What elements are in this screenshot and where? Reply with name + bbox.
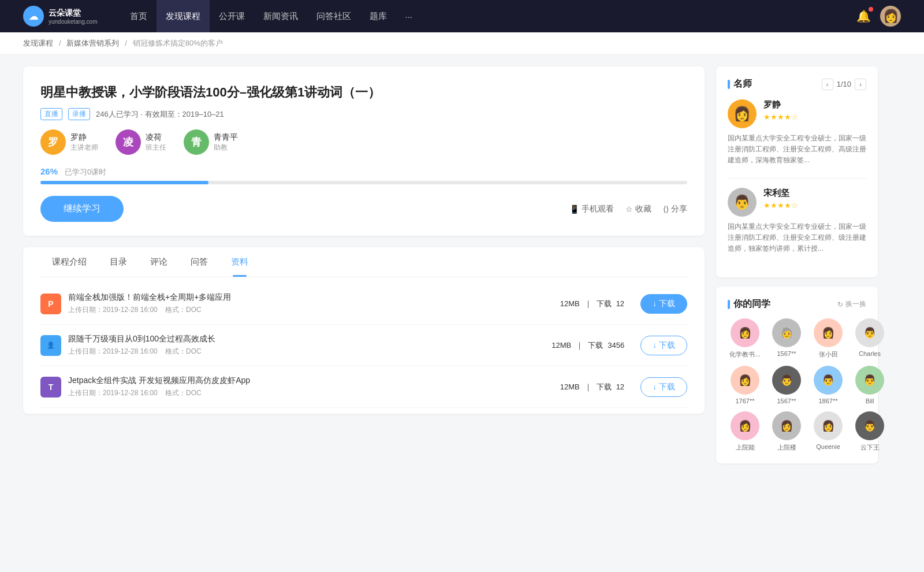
classmate-name-5: 1567** xyxy=(769,398,804,404)
teacher-item-2: 青 青青平 助教 xyxy=(184,129,238,155)
classmate-avatar-10: 👩 xyxy=(814,411,843,440)
progress-label: 26% xyxy=(40,166,58,176)
teacher-avatar-2: 青 xyxy=(184,129,209,155)
logo-text: 云朵课堂 yundouketang.com xyxy=(49,8,98,25)
tabs-row: 课程介绍 目录 评论 问答 资料 xyxy=(40,247,687,277)
classmate-name-8: 上院能 xyxy=(728,443,762,452)
classmate-name-3: Charles xyxy=(852,350,887,357)
resource-list: P 前端全栈加强版！前端全栈+全周期+多端应用 上传日期：2019-12-28 … xyxy=(40,277,687,414)
teacher-stars-0: ★★★★☆ xyxy=(763,113,866,121)
classmate-avatar-3: 👨 xyxy=(855,318,884,347)
teacher-item-1: 凌 凌荷 班主任 xyxy=(116,129,166,155)
tab-material[interactable]: 资料 xyxy=(219,247,260,277)
resource-icon-2: T xyxy=(40,377,61,398)
teacher-sidebar-desc-1: 国内某重点大学安全工程专业硕士，国家一级注册消防工程师、注册安全工程师、级注册建… xyxy=(728,221,866,255)
resource-stats-1: 12MB ｜ 下载 3456 xyxy=(552,340,624,351)
progress-bar-fill xyxy=(40,181,208,184)
progress-bar-bg xyxy=(40,181,687,184)
nav-item-more[interactable]: ··· xyxy=(396,0,422,32)
classmate-7[interactable]: 👨 Bill xyxy=(852,366,887,404)
download-button-0[interactable]: ↓ 下载 xyxy=(640,294,687,314)
teacher-divider xyxy=(728,178,866,179)
teacher-role-2: 助教 xyxy=(214,143,238,153)
teacher-role-1: 班主任 xyxy=(146,143,166,153)
logo-icon: ☁ xyxy=(23,6,44,27)
classmate-5[interactable]: 👨 1567** xyxy=(769,366,804,404)
nav-item-qa[interactable]: 问答社区 xyxy=(307,0,360,32)
classmate-6[interactable]: 👨 1867** xyxy=(811,366,845,404)
resource-info-1: 跟随千万级项目从0到100全过程高效成长 上传日期：2019-12-28 16:… xyxy=(68,334,545,356)
refresh-button[interactable]: ↻ 换一换 xyxy=(837,299,866,309)
tag-live: 直播 xyxy=(40,108,62,120)
tab-qa[interactable]: 问答 xyxy=(179,247,219,277)
classmate-avatar-9: 👩 xyxy=(772,411,801,440)
classmate-0[interactable]: 👩 化学教书... xyxy=(728,318,762,359)
right-sidebar: 名师 ‹ 1/10 › 👩 罗静 ★★★★☆ xyxy=(716,66,878,463)
teacher-sidebar-top-0: 👩 罗静 ★★★★☆ xyxy=(728,99,866,128)
course-title: 明星中教授课，小学阶段语法100分–强化级第1讲动词（一） xyxy=(40,84,687,101)
teacher-avatar-1: 凌 xyxy=(116,129,141,155)
resource-stats-2: 12MB ｜ 下载 12 xyxy=(560,382,624,392)
tab-intro[interactable]: 课程介绍 xyxy=(40,247,98,277)
classmate-3[interactable]: 👨 Charles xyxy=(852,318,887,359)
mobile-view-button[interactable]: 📱 手机观看 xyxy=(569,204,614,214)
classmate-avatar-4: 👩 xyxy=(731,366,759,395)
resource-info-2: Jetpack全组件实战 开发短视频应用高仿皮皮虾App 上传日期：2019-1… xyxy=(68,376,553,398)
classmate-9[interactable]: 👩 上院楼 xyxy=(769,411,804,452)
resource-item-2: T Jetpack全组件实战 开发短视频应用高仿皮皮虾App 上传日期：2019… xyxy=(40,366,687,408)
download-button-2[interactable]: ↓ 下载 xyxy=(640,377,687,397)
next-page-button[interactable]: › xyxy=(855,79,866,90)
nav-item-discover[interactable]: 发现课程 xyxy=(157,0,210,32)
bell-button[interactable]: 🔔 xyxy=(856,9,871,23)
course-header-card: 明星中教授课，小学阶段语法100分–强化级第1讲动词（一） 直播 录播 246人… xyxy=(23,66,705,236)
classmate-2[interactable]: 👩 张小田 xyxy=(811,318,845,359)
resource-icon-1: 👤 xyxy=(40,335,61,356)
tag-record: 录播 xyxy=(68,108,90,120)
classmate-1[interactable]: 🧓 1567** xyxy=(769,318,804,359)
classmate-10[interactable]: 👩 Queenie xyxy=(811,411,845,452)
classmate-4[interactable]: 👩 1767** xyxy=(728,366,762,404)
classmates-title: 你的同学 xyxy=(728,298,770,310)
nav-items: 首页 发现课程 公开课 新闻资讯 问答社区 题库 ··· xyxy=(121,0,856,32)
teacher-sidebar-info-0: 罗静 ★★★★☆ xyxy=(763,99,866,121)
resource-meta-2: 上传日期：2019-12-28 16:00 格式：DOC xyxy=(68,388,553,398)
teacher-sidebar-avatar-0: 👩 xyxy=(728,99,757,128)
download-button-1[interactable]: ↓ 下载 xyxy=(640,336,687,355)
tab-comment[interactable]: 评论 xyxy=(139,247,179,277)
classmate-name-6: 1867** xyxy=(811,398,845,404)
nav-item-exam[interactable]: 题库 xyxy=(360,0,396,32)
resource-name-0: 前端全栈加强版！前端全栈+全周期+多端应用 xyxy=(68,292,553,303)
teachers-title: 名师 xyxy=(728,78,752,90)
nav-item-news[interactable]: 新闻资讯 xyxy=(254,0,307,32)
pagination-ctrl: ‹ 1/10 › xyxy=(822,79,866,90)
classmate-avatar-8: 👩 xyxy=(731,411,759,440)
resource-info-0: 前端全栈加强版！前端全栈+全周期+多端应用 上传日期：2019-12-28 16… xyxy=(68,292,553,315)
continue-button[interactable]: 继续学习 xyxy=(40,196,124,222)
collect-button[interactable]: ☆ 收藏 xyxy=(625,204,651,214)
share-icon: ⟨⟩ xyxy=(663,205,669,214)
user-avatar-img: 👩 xyxy=(883,9,899,24)
nav-item-open[interactable]: 公开课 xyxy=(210,0,254,32)
breadcrumb-discover[interactable]: 发现课程 xyxy=(23,39,53,47)
prev-page-button[interactable]: ‹ xyxy=(822,79,833,90)
main-container: 明星中教授课，小学阶段语法100分–强化级第1讲动词（一） 直播 录播 246人… xyxy=(0,55,901,475)
logo[interactable]: ☁ 云朵课堂 yundouketang.com xyxy=(23,6,98,27)
classmate-name-9: 上院楼 xyxy=(769,443,804,452)
share-button[interactable]: ⟨⟩ 分享 xyxy=(663,204,687,214)
classmate-name-11: 云下王 xyxy=(852,443,887,452)
teachers-row: 罗 罗静 主讲老师 凌 凌荷 班主任 青 青青平 xyxy=(40,129,687,155)
nav-item-home[interactable]: 首页 xyxy=(121,0,157,32)
classmate-8[interactable]: 👩 上院能 xyxy=(728,411,762,452)
teachers-sidebar-card: 名师 ‹ 1/10 › 👩 罗静 ★★★★☆ xyxy=(716,66,878,277)
classmate-name-7: Bill xyxy=(852,398,887,404)
teacher-name-2: 青青平 xyxy=(214,132,238,143)
progress-sub: 已学习0课时 xyxy=(65,168,106,176)
resource-meta-0: 上传日期：2019-12-28 16:00 格式：DOC xyxy=(68,305,553,315)
teacher-sidebar-name-0: 罗静 xyxy=(763,99,866,110)
teacher-info-0: 罗静 主讲老师 xyxy=(70,132,98,153)
classmate-11[interactable]: 👨 云下王 xyxy=(852,411,887,452)
teacher-stars-1: ★★★★☆ xyxy=(763,201,866,210)
breadcrumb-series[interactable]: 新媒体营销系列 xyxy=(66,39,119,47)
user-avatar[interactable]: 👩 xyxy=(880,6,901,27)
tab-catalog[interactable]: 目录 xyxy=(98,247,139,277)
